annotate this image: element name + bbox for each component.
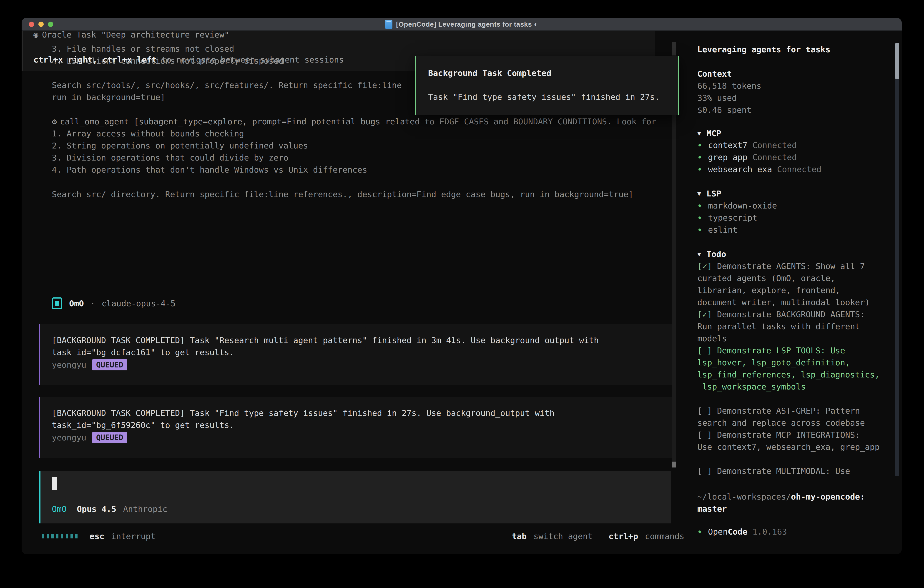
chevron-down-icon: ▼ <box>697 251 701 258</box>
tab-key: tab <box>512 532 526 541</box>
mcp-status: Connected <box>777 165 822 174</box>
agent-header: OmO · claude-opus-4-5 <box>52 297 175 309</box>
document-icon <box>385 20 393 29</box>
task-line2: task_id="bg_dcfac161" to get results. <box>52 346 234 358</box>
checkbox-checked-icon: [✓] <box>697 310 712 319</box>
todo-text: [ ] Demonstrate MCP INTEGRATIONS: <box>697 430 860 439</box>
input-agent: OmO <box>52 504 67 514</box>
terminal-line: Search src/tools/, src/hooks/, src/featu… <box>52 79 402 91</box>
scrollbar-thumb[interactable] <box>895 43 899 79</box>
task-line1: [BACKGROUND TASK COMPLETED] Task "Find t… <box>52 407 554 419</box>
opencode-version: OpenCode 1.0.163 <box>698 527 787 537</box>
workspace-path: ~/local-workspaces/oh-my-opencode: <box>697 491 865 503</box>
todo-text: document-writer, multimodal-looker) <box>697 297 870 307</box>
tool-call-item: 2. String operations on potentially unde… <box>52 140 308 152</box>
status-dot-icon <box>698 205 701 207</box>
mcp-status: Connected <box>752 153 797 162</box>
agent-model: claude-opus-4-5 <box>102 299 175 308</box>
mcp-item: websearch_exa Connected <box>698 165 822 174</box>
oracle-icon: ◉ <box>33 30 38 39</box>
task-line2: task_id="bg_6f59260c" to get results. <box>52 419 234 431</box>
status-dot-icon <box>698 144 701 147</box>
workspace-prefix: ~/local-workspaces/ <box>697 492 791 501</box>
terminal-line: run_in_background=true] <box>52 91 165 103</box>
todo-line: lsp_workspace_symbols <box>697 382 806 391</box>
todo-line: [ ] Demonstrate MULTIMODAL: Use <box>697 466 850 476</box>
todo-line: search and replace across codebase <box>697 418 865 428</box>
sidebar-title: Leveraging agents for tasks <box>697 43 830 56</box>
tool-call-command: call_omo_agent [subagent_type=explore, p… <box>60 117 657 126</box>
zoom-button[interactable] <box>48 21 53 27</box>
todo-line: librarian, explore, frontend, <box>697 286 840 295</box>
workspace-branch: master <box>697 503 727 515</box>
mcp-name: context7 <box>708 140 747 150</box>
lsp-item: typescript <box>698 213 757 222</box>
mcp-section-header[interactable]: ▼ MCP <box>697 129 721 138</box>
brand-name: Open <box>708 527 728 537</box>
lsp-name: markdown-oxide <box>708 201 777 210</box>
task-meta-row: yeongyu QUEUED <box>52 359 127 370</box>
status-dot-icon <box>698 228 701 231</box>
esc-label: interrupt <box>111 532 155 541</box>
tool-call-item: 4. Path operations that don't handle Win… <box>52 164 367 176</box>
context-heading: Context <box>697 68 732 80</box>
todo-heading: Todo <box>706 249 726 259</box>
status-dot-icon <box>698 156 701 159</box>
notification-body: Task "Find type safety issues" finished … <box>428 91 660 103</box>
todo-line: lsp_find_references, lsp_diagnostics, <box>697 370 879 379</box>
close-button[interactable] <box>29 21 34 27</box>
todo-section-header[interactable]: ▼ Todo <box>697 249 726 259</box>
task-user: yeongyu <box>52 433 86 442</box>
terminal-line: 3. File handles or streams not closed <box>52 43 234 55</box>
tool-call-line: ⚙call_omo_agent [subagent_type=explore, … <box>52 116 656 127</box>
app-window: [OpenCode] Leveraging agents for tasks ◐… <box>21 18 902 554</box>
queued-badge: QUEUED <box>92 432 127 443</box>
tool-call-item: 1. Array access without bounds checking <box>52 127 244 140</box>
spinner-icon <box>42 534 78 538</box>
todo-text: Run parallel tasks with different <box>697 322 860 331</box>
todo-line: [ ] Demonstrate LSP TOOLS: Use <box>697 346 845 355</box>
scrollbar-thumb[interactable] <box>672 42 676 55</box>
scrollbar-thumb[interactable] <box>672 462 676 467</box>
queued-badge: QUEUED <box>92 359 127 370</box>
status-dot-icon <box>698 168 701 170</box>
lsp-name: eslint <box>708 225 738 235</box>
sidebar-scrollbar[interactable] <box>895 43 899 476</box>
input-cursor <box>52 477 57 490</box>
todo-text: lsp_workspace_symbols <box>697 382 806 391</box>
lsp-heading: LSP <box>706 189 721 198</box>
todo-line: Run parallel tasks with different <box>697 322 860 331</box>
lsp-item: markdown-oxide <box>698 201 777 210</box>
status-bar: esc interrupt tab switch agent ctrl+p co… <box>42 530 684 542</box>
gear-icon: ⚙ <box>52 117 57 126</box>
mcp-heading: MCP <box>706 129 721 138</box>
context-spent: $0.46 spent <box>697 104 751 116</box>
notification-toast[interactable]: Background Task Completed Task "Find typ… <box>415 56 679 115</box>
todo-line: Use context7, websearch_exa, grep_app <box>697 442 879 452</box>
brand-name-bold: Code <box>728 527 747 537</box>
todo-line: [ ] Demonstrate MCP INTEGRATIONS: <box>697 430 860 439</box>
minimize-button[interactable] <box>38 21 44 27</box>
todo-line: models <box>697 334 727 343</box>
oracle-hint-line: ctrl+x right, ctrl+x left to navigate be… <box>33 54 344 66</box>
tab-label: switch agent <box>533 532 592 541</box>
task-block: [BACKGROUND TASK COMPLETED] Task "Find t… <box>39 397 672 458</box>
oracle-title: Oracle Task "Deep architecture review" <box>42 30 229 39</box>
checkbox-checked-icon: [✓] <box>697 261 712 271</box>
version-number: 1.0.163 <box>752 527 787 537</box>
mcp-item: context7 Connected <box>698 140 797 150</box>
todo-line: [✓] Demonstrate BACKGROUND AGENTS: <box>697 310 865 319</box>
context-tokens: 66,518 tokens <box>697 80 761 92</box>
lsp-section-header[interactable]: ▼ LSP <box>697 189 721 198</box>
todo-text: [ ] Demonstrate LSP TOOLS: Use <box>697 346 845 355</box>
mcp-status: Connected <box>752 140 797 150</box>
todo-text: Use context7, websearch_exa, grep_app <box>697 442 879 452</box>
prompt-input[interactable]: OmO Opus 4.5 Anthropic <box>39 471 671 524</box>
todo-line: curated agents (OmO, oracle, <box>697 274 835 283</box>
tool-call-tail: Search src/ directory. Return specific f… <box>52 188 634 200</box>
mcp-item: grep_app Connected <box>698 153 797 162</box>
oracle-title-line: ◉Oracle Task "Deep architecture review" <box>33 29 229 41</box>
status-dot-icon <box>698 216 701 219</box>
todo-line: document-writer, multimodal-looker) <box>697 297 870 307</box>
model-selector-row[interactable]: OmO Opus 4.5 Anthropic <box>52 504 168 514</box>
